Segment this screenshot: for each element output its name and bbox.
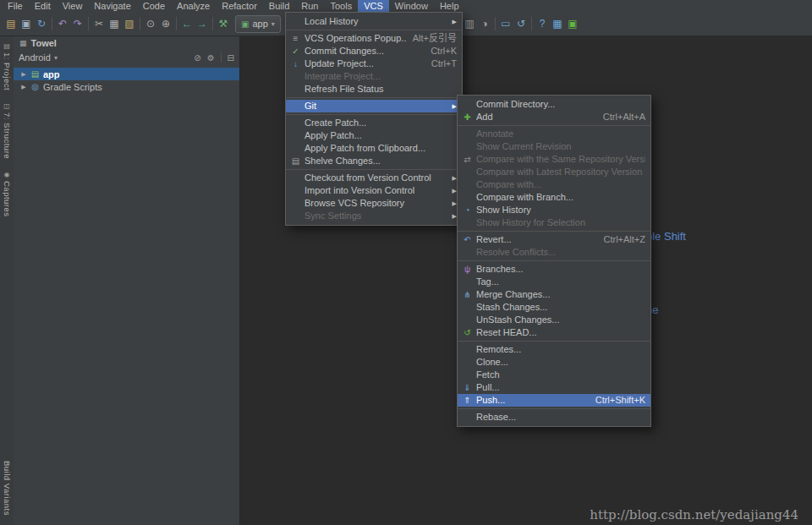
android-app-module-icon: ▤ [29, 69, 41, 79]
menu-item-rebase[interactable]: Rebase... [458, 411, 650, 424]
menubar-item-help[interactable]: Help [434, 0, 465, 12]
menu-item-shelve-changes[interactable]: ▤Shelve Changes... [286, 155, 462, 167]
sdk-manager-icon[interactable]: ▣ [565, 15, 580, 32]
gradle-sync-icon[interactable]: ↺ [513, 15, 529, 32]
menu-item-push[interactable]: ⇑Push...Ctrl+Shift+K [458, 394, 650, 407]
menubar-item-file[interactable]: File [2, 0, 29, 12]
menu-separator [458, 341, 650, 342]
menu-item-unstash-changes[interactable]: UnStash Changes... [458, 314, 650, 326]
menu-item-pull[interactable]: ⇓Pull... [458, 381, 650, 394]
menu-item-git[interactable]: Git▶ [286, 100, 462, 112]
menu-item-label: Create Patch... [304, 117, 457, 129]
menu-item-commit-directory[interactable]: Commit Directory... [458, 98, 650, 111]
menubar: FileEditViewNavigateCodeAnalyzeRefactorB… [0, 0, 812, 12]
menu-item-fetch[interactable]: Fetch [458, 369, 650, 381]
menu-item-label: Compare with... [476, 178, 645, 191]
collapse-panel-icon[interactable]: ⊟ [228, 53, 234, 63]
menu-item-branches[interactable]: ψBranches... [458, 263, 650, 276]
menubar-item-refactor[interactable]: Refactor [216, 0, 263, 12]
menubar-item-window[interactable]: Window [389, 0, 434, 12]
paste-icon[interactable]: ▧ [122, 15, 137, 32]
menu-item-label: Branches... [476, 263, 645, 276]
tool-window-button-build-variants[interactable]: Build Variants [3, 461, 12, 516]
menubar-item-code[interactable]: Code [137, 0, 171, 12]
menu-item-label: Commit Changes... [304, 45, 424, 57]
menu-item-update-project[interactable]: ↓Update Project...Ctrl+T [286, 57, 462, 70]
menu-item-shortcut: Alt+反引号 [413, 32, 457, 45]
left-tool-window-bar: ▤1: Project◫7: Structure◉Captures Build … [0, 36, 14, 525]
menubar-item-navigate[interactable]: Navigate [88, 0, 136, 12]
chevron-down-icon: ▾ [54, 54, 58, 62]
coverage-icon[interactable]: ◑ [477, 15, 492, 32]
tool-window-button-1-project[interactable]: ▤1: Project [3, 42, 12, 90]
save-all-icon[interactable]: ▣ [19, 15, 34, 32]
menubar-item-edit[interactable]: Edit [29, 0, 57, 12]
menu-item-clone[interactable]: Clone... [458, 356, 650, 369]
project-structure-icon[interactable]: ▦ [550, 15, 565, 32]
synchronize-icon[interactable]: ↻ [34, 15, 49, 32]
undo-icon[interactable]: ↶ [55, 15, 70, 32]
menu-item-compare-with-branch[interactable]: Compare with Branch... [458, 191, 650, 204]
help-icon[interactable]: ? [535, 15, 550, 32]
tree-item-gradle-scripts[interactable]: ▶◎Gradle Scripts [14, 80, 239, 93]
menu-item-vcs-operations-popup[interactable]: ≡VCS Operations Popup...Alt+反引号 [286, 32, 462, 45]
menu-item-browse-vcs-repository[interactable]: Browse VCS Repository▶ [286, 197, 462, 210]
menu-item-create-patch[interactable]: Create Patch... [286, 117, 462, 129]
project-panel-tools: ⊘⚙⊟ [194, 52, 234, 63]
replace-icon[interactable]: ⊕ [158, 15, 173, 32]
menu-item-import-into-version-control[interactable]: Import into Version Control▶ [286, 184, 462, 197]
menu-item-local-history[interactable]: Local History▶ [286, 15, 462, 28]
submenu-arrow-icon: ▶ [450, 210, 457, 222]
menu-item-label: Shelve Changes... [304, 155, 457, 167]
menubar-item-tools[interactable]: Tools [324, 0, 358, 12]
expand-arrow-icon[interactable]: ▶ [19, 71, 29, 78]
menu-item-refresh-file-status[interactable]: Refresh File Status [286, 83, 462, 96]
menu-item-add[interactable]: ✚AddCtrl+Alt+A [458, 111, 650, 123]
attach-debugger-icon[interactable]: ▥ [462, 15, 477, 32]
menubar-item-build[interactable]: Build [263, 0, 295, 12]
forward-icon[interactable]: → [195, 15, 210, 32]
menu-item-show-history[interactable]: ◔Show History [458, 204, 650, 216]
back-icon[interactable]: ← [179, 15, 195, 32]
menu-item-commit-changes[interactable]: ✓Commit Changes...Ctrl+K [286, 45, 462, 57]
tool-window-button-captures[interactable]: ◉Captures [3, 171, 12, 217]
menu-item-apply-patch-from-clipboard[interactable]: Apply Patch from Clipboard... [286, 142, 462, 155]
menu-item-merge-changes[interactable]: ⋔Merge Changes... [458, 288, 650, 301]
pull-icon: ⇓ [461, 381, 474, 394]
menubar-item-view[interactable]: View [57, 0, 89, 12]
project-view-selector[interactable]: Android ▾ [19, 52, 58, 63]
gradle-scripts-icon: ◎ [29, 82, 41, 91]
copy-icon[interactable]: ▦ [107, 15, 122, 32]
update-project-icon: ↓ [289, 57, 302, 70]
filter-icon[interactable]: ⊘ [194, 53, 200, 63]
menu-item-remotes[interactable]: Remotes... [458, 343, 650, 356]
menubar-item-run[interactable]: Run [295, 0, 324, 12]
redo-icon[interactable]: ↷ [70, 15, 85, 32]
7-structure-icon: ◫ [3, 102, 10, 110]
menu-item-label: Apply Patch... [304, 129, 457, 142]
menu-item-revert[interactable]: ↶Revert...Ctrl+Alt+Z [458, 233, 650, 246]
menu-item-compare-with: Compare with... [458, 178, 650, 191]
make-project-icon[interactable]: ⚒ [216, 15, 231, 32]
menu-item-apply-patch[interactable]: Apply Patch... [286, 129, 462, 142]
menu-item-tag[interactable]: Tag... [458, 276, 650, 288]
find-icon[interactable]: ⊙ [143, 15, 158, 32]
menu-item-label: Push... [476, 394, 589, 407]
tree-item-label: Gradle Scripts [41, 82, 102, 92]
avd-manager-icon[interactable]: ▭ [498, 15, 513, 32]
open-icon[interactable]: ▤ [3, 15, 19, 32]
run-configuration-selector[interactable]: ▣ app ▾ [235, 15, 281, 33]
menu-item-checkout-from-version-control[interactable]: Checkout from Version Control▶ [286, 172, 462, 184]
gear-icon[interactable]: ⚙ [207, 53, 215, 63]
menu-item-stash-changes[interactable]: Stash Changes... [458, 301, 650, 314]
menubar-item-analyze[interactable]: Analyze [171, 0, 216, 12]
tool-window-button-7-structure[interactable]: ◫7: Structure [3, 102, 12, 159]
menu-item-compare-with-latest-repository-version: Compare with Latest Repository Version [458, 166, 650, 178]
tree-item-app[interactable]: ▶▤app [14, 68, 239, 80]
menubar-item-vcs[interactable]: VCS [358, 0, 389, 12]
expand-arrow-icon[interactable]: ▶ [19, 84, 29, 90]
cut-icon[interactable]: ✂ [91, 15, 107, 32]
menu-item-reset-head[interactable]: ↺Reset HEAD... [458, 326, 650, 339]
menu-item-label: Apply Patch from Clipboard... [304, 142, 457, 155]
menu-item-label: Commit Directory... [476, 98, 645, 111]
